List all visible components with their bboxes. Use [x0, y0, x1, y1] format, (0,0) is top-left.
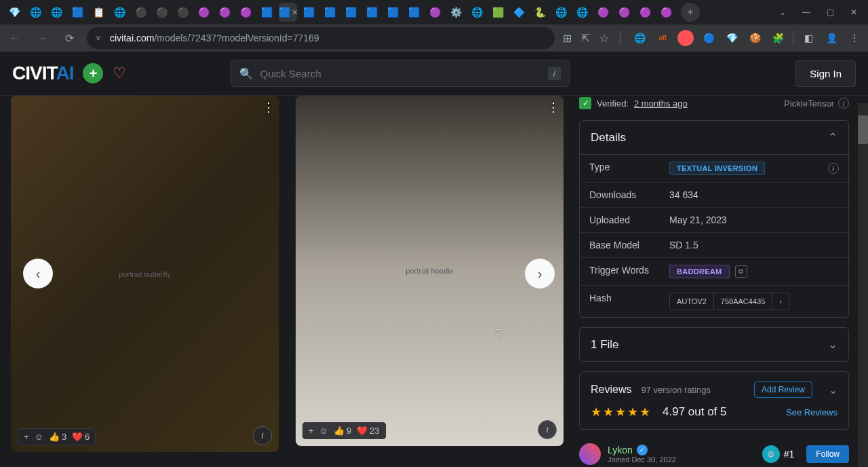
tab-30[interactable]: 🟣 — [615, 3, 633, 22]
uploader-name-link[interactable]: Lykon — [608, 445, 633, 455]
image-info-icon[interactable]: i — [253, 426, 272, 445]
copy-icon[interactable]: ⧉ — [735, 265, 747, 278]
tab-2[interactable]: 🌐 — [26, 3, 45, 22]
ext-icon-4[interactable]: 🔵 — [701, 30, 717, 46]
reactions-bar[interactable]: + ☺ 👍3 ❤️6 — [18, 428, 96, 445]
add-review-button[interactable]: Add Review — [754, 381, 812, 398]
back-button[interactable]: ← — [5, 32, 24, 44]
page-scrollbar[interactable] — [858, 103, 868, 467]
signin-button[interactable]: Sign In — [795, 60, 856, 87]
logo[interactable]: CIVITAI — [12, 62, 73, 84]
avatar[interactable] — [579, 443, 601, 465]
hash-value[interactable]: 758AAC4435 — [714, 293, 772, 310]
add-reaction-icon[interactable]: + — [309, 426, 314, 436]
bookmark-icon[interactable]: ☆ — [599, 32, 609, 45]
maximize-icon[interactable]: ▢ — [827, 7, 834, 17]
ext-icon-1[interactable]: 🌐 — [631, 30, 648, 46]
search-box[interactable]: 🔍 / — [231, 60, 570, 87]
tab-7[interactable]: ⚫ — [132, 3, 150, 22]
tab-24[interactable]: 🟩 — [489, 3, 507, 22]
tab-28[interactable]: 🌐 — [573, 3, 591, 22]
emoji-icon[interactable]: ☺ — [319, 426, 328, 436]
reload-button[interactable]: ⟳ — [60, 32, 79, 45]
like-count[interactable]: 👍9 — [334, 426, 351, 436]
menu-icon[interactable]: ⋮ — [846, 30, 863, 46]
see-reviews-link[interactable]: See Reviews — [786, 407, 837, 417]
close-window-icon[interactable]: ✕ — [850, 7, 857, 17]
tab-22[interactable]: ⚙️ — [447, 3, 465, 22]
tab-5[interactable]: 📋 — [90, 3, 108, 22]
search-input[interactable] — [260, 68, 540, 79]
tab-3[interactable]: 🌐 — [47, 3, 66, 22]
scrollbar-thumb[interactable] — [858, 115, 868, 144]
tab-23[interactable]: 🌐 — [468, 3, 486, 22]
minimize-icon[interactable]: — — [802, 7, 810, 17]
tab-8[interactable]: ⚫ — [153, 3, 171, 22]
chevron-down-icon[interactable]: ⌄ — [829, 384, 837, 396]
support-button[interactable]: ♡ — [113, 64, 126, 82]
tab-11[interactable]: 🟣 — [216, 3, 234, 22]
tab-16[interactable]: 🟦 — [321, 3, 339, 22]
follow-button[interactable]: Follow — [806, 445, 849, 463]
tab-17[interactable]: 🟦 — [342, 3, 360, 22]
heart-count[interactable]: ❤️23 — [357, 426, 379, 436]
tab-29[interactable]: 🟣 — [594, 3, 612, 22]
tab-15[interactable]: 🟦 — [300, 3, 318, 22]
forward-button[interactable]: → — [33, 32, 52, 44]
tab-18[interactable]: 🟦 — [363, 3, 381, 22]
tab-12[interactable]: 🟣 — [237, 3, 255, 22]
image-info-icon[interactable]: i — [538, 420, 557, 439]
install-app-icon[interactable]: ⊞ — [563, 32, 572, 45]
tab-9[interactable]: ⚫ — [174, 3, 192, 22]
gear-icon: ⚙ — [762, 445, 780, 463]
address-bar[interactable]: ᯤ civitai.com/models/72437?modelVersionI… — [87, 27, 555, 49]
ext-icon-3[interactable] — [677, 30, 694, 46]
window-controls: ⌄ — ▢ ✕ — [779, 7, 863, 17]
tab-13[interactable]: 🟦 — [258, 3, 276, 22]
image-menu-icon[interactable]: ⋮ — [547, 100, 559, 115]
ext-icon-5[interactable]: 💎 — [724, 30, 740, 46]
tab-31[interactable]: 🟣 — [636, 3, 654, 22]
tab-6[interactable]: 🌐 — [111, 3, 129, 22]
gallery-next-button[interactable]: › — [525, 259, 555, 288]
type-badge: TEXTUAL INVERSION — [669, 162, 765, 175]
close-icon[interactable]: ✕ — [292, 8, 298, 17]
gallery-image-2[interactable]: portrait hoodie ⋮ + ☺ 👍9 ❤️23 i — [296, 96, 564, 446]
create-button[interactable]: + — [83, 63, 103, 83]
profile-icon[interactable]: 👤 — [823, 30, 840, 46]
reviews-panel: Reviews 97 version ratings Add Review ⌄ … — [579, 371, 849, 430]
tab-10[interactable]: 🟣 — [195, 3, 213, 22]
tab-32[interactable]: 🟣 — [657, 3, 675, 22]
reactions-bar[interactable]: + ☺ 👍9 ❤️23 — [302, 422, 386, 439]
tab-active[interactable]: 🟦✕ — [279, 3, 297, 22]
image-menu-icon[interactable]: ⋮ — [262, 100, 275, 115]
verified-time-link[interactable]: 2 months ago — [634, 98, 688, 109]
tab-25[interactable]: 🔷 — [510, 3, 528, 22]
add-reaction-icon[interactable]: + — [24, 432, 29, 442]
ext-icon-6[interactable]: 🍪 — [747, 30, 763, 46]
side-panel-icon[interactable]: ◧ — [800, 30, 816, 46]
share-icon[interactable]: ⇱ — [581, 32, 590, 45]
hash-expand-icon[interactable]: › — [772, 293, 789, 310]
heart-count[interactable]: ❤️6 — [72, 432, 90, 442]
extensions-icon[interactable]: 🧩 — [770, 30, 786, 46]
tab-27[interactable]: 🌐 — [552, 3, 570, 22]
info-icon[interactable]: i — [838, 98, 849, 109]
tab-21[interactable]: 🟣 — [426, 3, 444, 22]
site-info-icon[interactable]: ᯤ — [95, 33, 104, 43]
info-icon[interactable]: i — [828, 163, 839, 174]
ext-icon-2[interactable]: off — [654, 30, 671, 46]
tabs-dropdown-icon[interactable]: ⌄ — [779, 7, 786, 17]
uploader-row: Lykon ✓ Joined Dec 30, 2022 ⚙ #1 Follow — [579, 439, 849, 466]
files-header[interactable]: 1 File ⌄ — [580, 328, 848, 361]
emoji-icon[interactable]: ☺ — [35, 432, 43, 442]
details-header[interactable]: Details ⌃ — [580, 121, 848, 154]
new-tab-button[interactable]: + — [681, 3, 700, 22]
gallery-prev-button[interactable]: ‹ — [23, 259, 53, 288]
tab-19[interactable]: 🟦 — [384, 3, 402, 22]
tab-26[interactable]: 🐍 — [531, 3, 549, 22]
tab-1[interactable]: 💎 — [5, 3, 24, 22]
tab-20[interactable]: 🟦 — [405, 3, 423, 22]
tab-4[interactable]: 🟦 — [68, 3, 87, 22]
like-count[interactable]: 👍3 — [49, 432, 66, 442]
